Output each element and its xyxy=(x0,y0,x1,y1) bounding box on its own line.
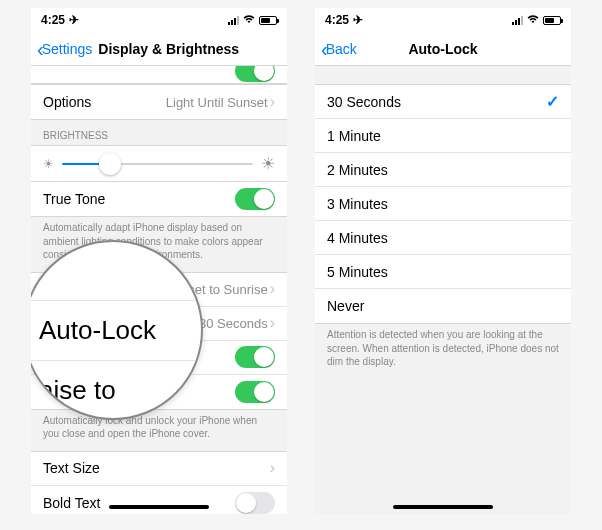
location-icon: ✈ xyxy=(69,13,79,27)
status-bar: 4:25 ✈ xyxy=(315,8,571,32)
option-label: Never xyxy=(327,298,364,314)
row-label: True Tone xyxy=(43,191,105,207)
option-label: 3 Minutes xyxy=(327,196,388,212)
option-label: 4 Minutes xyxy=(327,230,388,246)
nav-bar: ‹ Settings Display & Brightness xyxy=(31,32,287,66)
battery-icon xyxy=(259,16,277,25)
auto-lock-option[interactable]: 30 Seconds✓ xyxy=(315,85,571,119)
back-label: Settings xyxy=(42,41,93,57)
chevron-right-icon: › xyxy=(270,459,275,477)
home-indicator[interactable] xyxy=(393,505,493,509)
brightness-slider-row: ☀ ☀ xyxy=(31,145,287,181)
screenshot-display-brightness: 4:25 ✈ ‹ Settings Display & Brightness xyxy=(31,8,287,514)
auto-lock-options-list: 30 Seconds✓1 Minute2 Minutes3 Minutes4 M… xyxy=(315,84,571,324)
location-icon: ✈ xyxy=(353,13,363,27)
attention-note: Attention is detected when you are looki… xyxy=(315,324,571,379)
row-label: Text Size xyxy=(43,460,100,476)
chevron-right-icon: › xyxy=(270,93,275,111)
auto-lock-option[interactable]: 2 Minutes xyxy=(315,153,571,187)
auto-lock-option[interactable]: Never xyxy=(315,289,571,323)
slider-thumb[interactable] xyxy=(99,153,121,175)
options-row[interactable]: Options Light Until Sunset › xyxy=(31,85,287,119)
true-tone-toggle[interactable] xyxy=(235,188,275,210)
row-label: Options xyxy=(43,94,91,110)
auto-lock-option[interactable]: 5 Minutes xyxy=(315,255,571,289)
cellular-signal-icon xyxy=(512,16,523,25)
auto-lock-option[interactable]: 4 Minutes xyxy=(315,221,571,255)
checkmark-icon: ✓ xyxy=(546,92,559,111)
magnifier-callout: Auto-Lock aise to xyxy=(31,240,203,420)
option-label: 1 Minute xyxy=(327,128,381,144)
chevron-right-icon: › xyxy=(270,314,275,332)
option-label: 5 Minutes xyxy=(327,264,388,280)
row-value: Light Until Sunset xyxy=(166,95,268,110)
row-label: Bold Text xyxy=(43,495,100,511)
raise-toggle[interactable] xyxy=(235,346,275,368)
status-time: 4:25 xyxy=(325,13,349,27)
lock-toggle[interactable] xyxy=(235,381,275,403)
lock-note: Automatically lock and unlock your iPhon… xyxy=(31,410,287,451)
option-label: 30 Seconds xyxy=(327,94,401,110)
back-button[interactable]: ‹ Settings xyxy=(37,39,92,59)
bold-text-row: Bold Text xyxy=(31,486,287,515)
text-size-row[interactable]: Text Size › xyxy=(31,452,287,486)
bold-text-toggle[interactable] xyxy=(235,492,275,514)
brightness-slider[interactable] xyxy=(62,163,253,165)
home-indicator[interactable] xyxy=(109,505,209,509)
auto-lock-option[interactable]: 1 Minute xyxy=(315,119,571,153)
brightness-low-icon: ☀ xyxy=(43,157,54,171)
option-label: 2 Minutes xyxy=(327,162,388,178)
true-tone-row: True Tone xyxy=(31,182,287,216)
magnified-auto-lock: Auto-Lock xyxy=(31,300,201,361)
nav-title: Display & Brightness xyxy=(98,41,239,57)
partial-row xyxy=(31,66,287,84)
status-time: 4:25 xyxy=(41,13,65,27)
wifi-icon xyxy=(527,15,539,26)
toggle-switch[interactable] xyxy=(235,66,275,82)
cellular-signal-icon xyxy=(228,16,239,25)
wifi-icon xyxy=(243,15,255,26)
nav-title: Auto-Lock xyxy=(315,41,571,57)
status-bar: 4:25 ✈ xyxy=(31,8,287,32)
battery-icon xyxy=(543,16,561,25)
brightness-high-icon: ☀ xyxy=(261,154,275,173)
nav-bar: ‹ Back Auto-Lock xyxy=(315,32,571,66)
row-value: 30 Seconds xyxy=(199,316,268,331)
auto-lock-option[interactable]: 3 Minutes xyxy=(315,187,571,221)
screenshot-auto-lock: 4:25 ✈ ‹ Back Auto-Lock 30 Seconds✓1 Min… xyxy=(315,8,571,514)
brightness-header: BRIGHTNESS xyxy=(31,120,287,145)
chevron-right-icon: › xyxy=(270,280,275,298)
